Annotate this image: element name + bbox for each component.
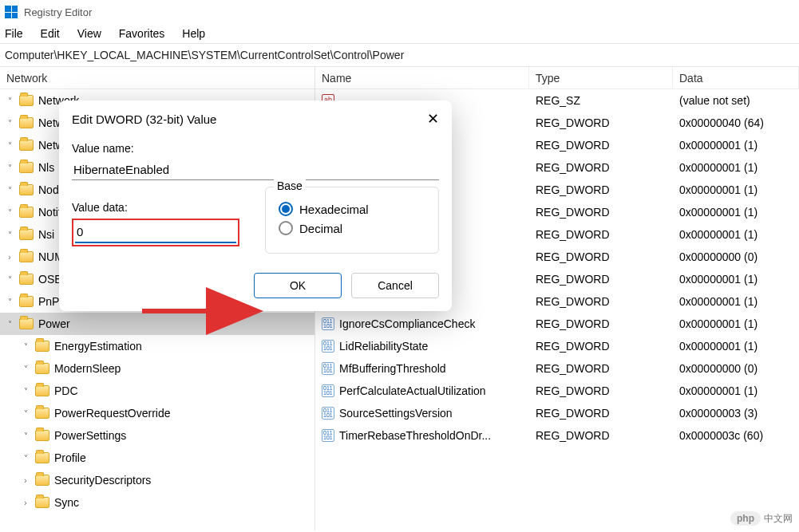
menu-view[interactable]: View [77,27,101,40]
radio-decimal[interactable]: Decimal [279,221,425,235]
menu-edit[interactable]: Edit [41,27,60,40]
value-data: 0x00000001 (1) [673,384,799,397]
folder-icon [35,341,49,352]
edit-dword-dialog: Edit DWORD (32-bit) Value ✕ Value name: … [59,100,452,311]
list-row[interactable]: IgnoreCsComplianceCheckREG_DWORD0x000000… [315,313,799,335]
folder-icon [35,408,49,419]
value-name: LidReliabilityState [339,340,428,353]
value-name: TimerRebaseThresholdOnDr... [339,429,491,442]
value-type: REG_DWORD [529,384,673,397]
value-data: 0x00000001 (1) [673,273,799,286]
value-type: REG_DWORD [529,183,673,196]
tree-item[interactable]: ˅EnergyEstimation [0,335,314,357]
chevron-right-icon[interactable]: › [21,499,30,507]
folder-icon [35,497,49,508]
value-data: 0x00000001 (1) [673,206,799,219]
base-group: Base Hexadecimal Decimal [265,187,439,254]
dialog-title: Edit DWORD (32-bit) Value [72,112,216,126]
chevron-down-icon[interactable]: ˅ [5,208,14,217]
value-type: REG_SZ [529,94,673,107]
list-row[interactable]: MfBufferingThresholdREG_DWORD0x00000000 … [315,357,799,380]
list-row[interactable]: PerfCalculateActualUtilizationREG_DWORD0… [315,380,799,402]
value-name: MfBufferingThreshold [339,362,446,375]
value-name: SourceSettingsVersion [339,407,453,420]
cancel-button[interactable]: Cancel [351,273,439,298]
value-type: REG_DWORD [529,273,673,286]
chevron-down-icon[interactable]: ˅ [5,97,14,105]
app-icon [5,6,18,18]
menu-file[interactable]: File [5,27,23,40]
tree-header[interactable]: Network [0,67,314,89]
chevron-down-icon[interactable]: ˅ [21,342,30,351]
col-header-name[interactable]: Name [315,67,529,89]
tree-item[interactable]: ˅Profile [0,447,314,469]
tree-item[interactable]: ˅ModernSleep [0,357,314,380]
value-data: 0x00000001 (1) [673,340,799,353]
chevron-down-icon[interactable]: ˅ [21,409,30,418]
tree-item[interactable]: ˅PowerSettings [0,424,314,447]
chevron-right-icon[interactable]: › [21,476,30,485]
value-data: 0x00000000 (0) [673,250,799,263]
chevron-down-icon[interactable]: ˅ [21,454,30,463]
address-bar[interactable]: Computer\HKEY_LOCAL_MACHINE\SYSTEM\Curre… [0,43,799,67]
radio-hexadecimal[interactable]: Hexadecimal [279,202,425,216]
folder-icon [19,117,34,128]
chevron-down-icon[interactable]: ˅ [5,119,14,128]
value-data: 0x00000001 (1) [673,317,799,330]
chevron-down-icon[interactable]: ˅ [21,432,30,440]
value-type: REG_DWORD [529,340,673,353]
value-data: 0x00000001 (1) [673,228,799,241]
menubar: File Edit View Favorites Help [0,24,799,43]
folder-icon [19,140,34,151]
tree-item[interactable]: ˅PDC [0,380,314,402]
tree-item[interactable]: ˅Power [0,313,314,335]
tree-item-label: SecurityDescriptors [54,474,151,487]
tree-item[interactable]: ›SecurityDescriptors [0,469,314,491]
list-row[interactable]: SourceSettingsVersionREG_DWORD0x00000003… [315,402,799,424]
tree-item-label: Profile [54,451,86,464]
chevron-down-icon[interactable]: ˅ [5,275,14,284]
close-icon[interactable]: ✕ [427,110,439,128]
value-name: IgnoreCsComplianceCheck [339,317,475,330]
chevron-down-icon[interactable]: ˅ [5,164,14,172]
chevron-down-icon[interactable]: ˅ [21,365,30,373]
value-type: REG_DWORD [529,362,673,375]
value-type: REG_DWORD [529,317,673,330]
highlight-box [72,219,239,246]
list-row[interactable]: LidReliabilityStateREG_DWORD0x00000001 (… [315,335,799,357]
value-data: (value not set) [673,94,799,107]
folder-icon [19,207,34,218]
tree-item-label: PnP [38,295,59,308]
value-type: REG_DWORD [529,407,673,420]
list-row[interactable]: TimerRebaseThresholdOnDr...REG_DWORD0x00… [315,424,799,447]
folder-icon [35,385,49,396]
folder-icon [35,452,49,463]
value-data: 0x00000000 (0) [673,362,799,375]
app-title: Registry Editor [24,6,92,18]
watermark-text: 中文网 [764,512,793,526]
chevron-down-icon[interactable]: ˅ [5,231,14,239]
value-data: 0x00000001 (1) [673,295,799,308]
chevron-down-icon[interactable]: ˅ [21,387,30,396]
menu-favorites[interactable]: Favorites [119,27,165,40]
chevron-down-icon[interactable]: ˅ [5,320,14,329]
folder-icon [19,296,34,307]
chevron-down-icon[interactable]: ˅ [5,186,14,195]
ok-button[interactable]: OK [254,273,342,298]
chevron-down-icon[interactable]: ˅ [5,298,14,306]
folder-icon [19,95,34,106]
menu-help[interactable]: Help [182,27,205,40]
col-header-data[interactable]: Data [673,67,799,89]
base-legend: Base [274,179,306,192]
tree-item-label: PDC [54,384,78,397]
col-header-type[interactable]: Type [529,67,673,89]
chevron-right-icon[interactable]: › [5,253,14,262]
tree-item[interactable]: ˅PowerRequestOverride [0,402,314,424]
chevron-down-icon[interactable]: ˅ [5,141,14,150]
tree-item[interactable]: ›Sync [0,491,314,514]
value-type: REG_DWORD [529,429,673,442]
value-data-field[interactable] [75,222,236,243]
value-name-field[interactable] [72,160,439,180]
folder-icon [19,162,34,173]
folder-icon [19,229,34,240]
